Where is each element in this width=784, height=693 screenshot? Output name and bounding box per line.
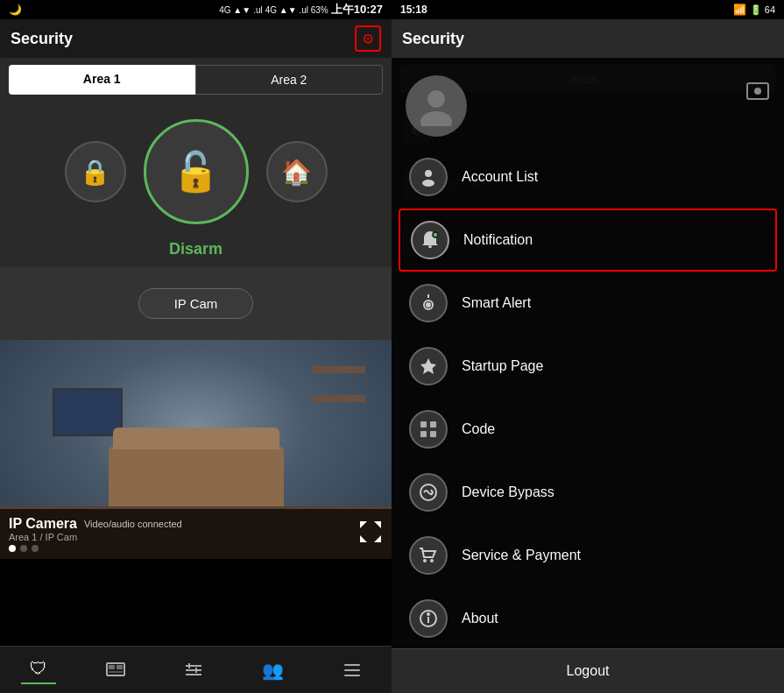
notification-label: Notification (463, 232, 533, 248)
time-display: 上午10:27 (331, 2, 383, 18)
svg-point-12 (427, 90, 445, 108)
svg-point-22 (427, 303, 430, 307)
svg-point-17 (425, 170, 432, 177)
svg-point-20 (433, 232, 438, 237)
app-header-right: Security (392, 19, 784, 58)
menu-overlay: Account List Notification (392, 58, 784, 693)
wall-items (313, 366, 365, 402)
menu-item-account-list[interactable]: Account List (392, 145, 784, 209)
menu-item-device-bypass[interactable]: Device Bypass (392, 461, 784, 524)
camera-feed: IP Camera Video/audio connected Area 1 /… (0, 340, 392, 559)
home-button[interactable]: 🏠 (266, 141, 328, 202)
camera-info-left: IP Camera Video/audio connected Area 1 /… (9, 516, 182, 552)
status-icons-left: 4G ▲▼ .ul 4G ▲▼ .ul 63% 上午10:27 (219, 2, 383, 18)
settings-button[interactable]: ⚙ (355, 25, 381, 52)
svg-rect-27 (430, 431, 436, 437)
account-list-icon (409, 158, 448, 196)
status-icons-right: 📶 🔋 64 (733, 4, 775, 16)
startup-page-icon (409, 347, 448, 385)
app-header-left: Security ⚙ (0, 19, 392, 58)
smart-alert-icon (409, 284, 448, 322)
signal-bars: .ul (253, 5, 263, 15)
left-phone: 🌙 4G ▲▼ .ul 4G ▲▼ .ul 63% 上午10:27 Securi… (0, 0, 392, 693)
nav-security[interactable]: 🛡 (21, 655, 56, 684)
about-icon (409, 599, 448, 638)
menu-profile (392, 58, 784, 145)
tab-area1[interactable]: Area 1 (9, 65, 195, 95)
shelf-object-2 (313, 395, 365, 402)
svg-rect-2 (117, 665, 123, 669)
svg-point-30 (430, 559, 434, 562)
menu-item-service-payment[interactable]: Service & Payment (392, 524, 784, 587)
camera-status: Video/audio connected (84, 519, 182, 529)
app-title-left: Security (11, 30, 73, 48)
right-phone: 15:18 📶 🔋 64 Security Area... 🏠 Pa... 🚪 … (392, 0, 784, 693)
lock-icon: 🔒 (80, 158, 110, 187)
device-bypass-label: Device Bypass (462, 484, 554, 500)
disarm-button[interactable]: 🔓 (144, 119, 249, 224)
menu-item-smart-alert[interactable]: Smart Alert (392, 272, 784, 335)
tv-object (53, 388, 123, 436)
dot-2 (20, 545, 27, 552)
battery-icon-right: 🔋 64 (750, 4, 775, 16)
nav-users[interactable]: 👥 (253, 656, 293, 684)
svg-rect-9 (344, 664, 360, 666)
battery-percent: 4G ▲▼ .ul 63% (265, 5, 328, 15)
avatar (406, 75, 467, 137)
app-title-right: Security (402, 30, 464, 48)
menu-item-notification[interactable]: Notification (399, 209, 777, 272)
menu-item-code[interactable]: Code (392, 398, 784, 461)
code-icon (409, 410, 448, 449)
camera-info-bar: IP Camera Video/audio connected Area 1 /… (0, 509, 392, 559)
gear-icon: ⚙ (362, 31, 374, 47)
svg-rect-3 (109, 671, 123, 673)
users-icon: 👥 (262, 660, 284, 681)
bottom-nav: 🛡 👥 (0, 646, 392, 693)
svg-point-33 (427, 613, 429, 615)
shelf-object (313, 366, 365, 373)
svg-point-29 (423, 559, 427, 562)
disarm-label: Disarm (169, 240, 222, 258)
tv-screen (54, 390, 121, 435)
smart-alert-label: Smart Alert (462, 295, 531, 311)
service-payment-icon (409, 536, 448, 575)
device-bypass-icon (409, 473, 448, 512)
expand-button[interactable] (358, 520, 383, 548)
sofa-object (109, 445, 284, 506)
camera-dots (9, 545, 182, 552)
wifi-icon: 📶 (733, 4, 746, 16)
profile-edit-icon[interactable] (745, 80, 770, 109)
account-list-label: Account List (462, 169, 538, 185)
dot-1 (9, 545, 16, 552)
svg-point-18 (422, 180, 434, 187)
svg-rect-25 (430, 421, 436, 428)
svg-rect-1 (109, 665, 115, 669)
home-icon: 🏠 (281, 158, 312, 187)
lock-button[interactable]: 🔒 (65, 141, 126, 202)
status-bar-right: 15:18 📶 🔋 64 (392, 0, 784, 19)
logout-button[interactable]: Logout (392, 648, 784, 693)
moon-icon: 🌙 (9, 4, 22, 16)
menu-item-about[interactable]: About (392, 587, 784, 648)
tab-area2[interactable]: Area 2 (195, 65, 384, 95)
nav-devices[interactable] (97, 657, 134, 683)
startup-page-label: Startup Page (462, 358, 543, 374)
svg-rect-26 (420, 431, 427, 437)
svg-rect-16 (745, 80, 770, 104)
nav-menu[interactable] (334, 657, 371, 683)
unlock-icon: 🔓 (172, 149, 220, 194)
ip-cam-button[interactable]: IP Cam (138, 288, 254, 319)
notification-icon (411, 221, 449, 259)
menu-item-startup-page[interactable]: Startup Page (392, 335, 784, 398)
network-icon: 4G ▲▼ (219, 5, 251, 15)
nav-rules[interactable] (175, 657, 212, 683)
area-tabs: Area 1 Area 2 (0, 58, 392, 102)
svg-rect-19 (428, 245, 432, 248)
menu-items-list: Account List Notification (392, 145, 784, 648)
svg-rect-10 (344, 669, 360, 671)
svg-rect-24 (420, 421, 427, 428)
security-panel: 🔒 🔓 🏠 Disarm (0, 102, 392, 267)
time-right: 15:18 (400, 4, 427, 16)
status-bar-left: 🌙 4G ▲▼ .ul 4G ▲▼ .ul 63% 上午10:27 (0, 0, 392, 19)
svg-marker-23 (420, 358, 436, 374)
